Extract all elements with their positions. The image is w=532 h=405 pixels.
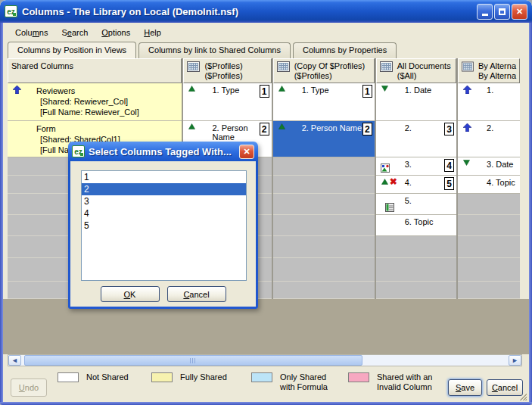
empty-cell (273, 236, 375, 258)
view-name-line1: All Documents (397, 61, 451, 71)
column-cell-label: 2. (405, 123, 412, 132)
view-column-copy-of-profiles: (Copy Of $Profiles) ($Profiles) 1. Type … (273, 58, 375, 299)
empty-cell (376, 236, 456, 258)
column-cell[interactable]: 3. Date (458, 157, 520, 176)
title-bar[interactable]: ez Columns - The Library on Local (DemoI… (0, 0, 532, 23)
horizontal-scrollbar[interactable]: ◄ ► (8, 354, 522, 366)
tag-number-box: 2 (260, 123, 269, 136)
legend-swatch-invalid (348, 372, 369, 382)
view-name-line1: By Alterna (478, 61, 516, 71)
minimize-button[interactable] (477, 4, 493, 20)
legend-swatch-only-shared (251, 372, 272, 382)
column-cell[interactable]: 2. 3 (376, 121, 456, 157)
tab-columns-by-link[interactable]: Columns by link to Shared Columns (138, 42, 291, 58)
tag-list-item[interactable]: 4 (82, 207, 246, 220)
menu-columns[interactable]: Columns (9, 26, 54, 39)
tab-columns-by-position[interactable]: Columns by Position in Views (8, 42, 136, 58)
tag-number-box: 2 (362, 123, 372, 136)
undo-button[interactable]: Undo (11, 379, 47, 397)
shared-column-name: Form (36, 123, 131, 134)
cancel-button[interactable]: Cancel (487, 379, 523, 396)
empty-cell (273, 258, 375, 282)
close-button[interactable]: ✕ (512, 4, 527, 20)
invalid-red-x-icon: ✖ (390, 178, 397, 185)
tag-list-item-selected[interactable]: 2 (82, 183, 246, 195)
column-cell-label: 2. Person Name (302, 123, 362, 132)
green-up-triangle-icon (381, 179, 388, 185)
dialog-close-button[interactable]: ✕ (239, 145, 254, 159)
tag-listbox[interactable]: 1 2 3 4 5 (81, 170, 247, 281)
dialog-title-bar[interactable]: ez Select Columns Tagged With... ✕ (70, 142, 256, 161)
column-cell[interactable]: 1. Date (376, 83, 456, 121)
save-button[interactable]: Save (448, 379, 482, 396)
dialog-cancel-button[interactable]: Cancel (167, 286, 226, 302)
menu-help[interactable]: Help (138, 26, 167, 39)
maximize-button[interactable] (494, 4, 510, 20)
tag-list-item[interactable]: 1 (82, 171, 246, 183)
column-cell[interactable]: 6. Topic (376, 215, 456, 236)
tab-strip: Columns by Position in Views Columns by … (8, 42, 397, 58)
column-cell-label: 2. (487, 123, 493, 132)
menu-bar: Columns Search Options Help (3, 23, 529, 42)
view-header-all-documents[interactable]: All Documents ($All) (376, 58, 456, 83)
column-cell[interactable]: 2. (458, 121, 520, 157)
maximize-icon (499, 8, 506, 15)
column-cell-selected[interactable]: 2. Person Name 2 (273, 121, 375, 157)
column-cell[interactable]: 1. Type 1 (183, 83, 271, 121)
green-up-triangle-icon (188, 123, 195, 129)
tag-number-box: 1 (260, 85, 269, 98)
legend-label-line1: Shared with an (377, 372, 432, 382)
empty-cell (376, 258, 456, 282)
view-header-copy-of-profiles[interactable]: (Copy Of $Profiles) ($Profiles) (273, 58, 375, 83)
column-cell[interactable]: ✖ 4. 5 (376, 176, 456, 194)
legend-label-line1: Only Shared (280, 372, 328, 382)
shared-cell-reviewers[interactable]: Reviewers [Shared: Rewiever_Col] [Full N… (8, 83, 182, 121)
green-up-triangle-icon (278, 86, 285, 92)
column-cell[interactable]: 1. Type 1 (273, 83, 375, 121)
green-up-triangle-icon (188, 86, 195, 92)
tab-columns-by-properties[interactable]: Columns by Properties (293, 42, 397, 58)
column-cell-label: 1. (487, 86, 493, 95)
view-name-line2: ($Profiles) (204, 71, 242, 81)
view-name-line1: (Copy Of $Profiles) (294, 61, 366, 71)
blue-up-arrow-icon (463, 123, 471, 132)
window-title: Columns - The Library on Local (DemoInit… (22, 6, 477, 17)
picture-icon (381, 164, 390, 173)
menu-options[interactable]: Options (95, 26, 136, 39)
resize-grip[interactable] (518, 392, 527, 400)
view-name-line1: ($Profiles) (204, 61, 242, 71)
column-cell-label: 1. Type (302, 86, 329, 95)
column-cell-label: 1. Date (405, 86, 431, 95)
select-columns-dialog: ez Select Columns Tagged With... ✕ 1 2 3… (68, 142, 258, 309)
table-icon (385, 203, 394, 212)
scroll-left-button[interactable]: ◄ (8, 355, 21, 366)
empty-cell (458, 236, 520, 258)
view-grid-icon (462, 61, 474, 72)
shared-columns-header[interactable]: Shared Columns (8, 58, 182, 83)
tag-list-item[interactable]: 5 (82, 220, 246, 232)
view-column-by-alterna: By Alterna By Alterna 1. 2. 3. Date 4. T… (458, 58, 520, 299)
scrollbar-grip-icon (190, 358, 197, 363)
legend-label-line2: Invalid Column (377, 382, 432, 392)
view-header-profiles[interactable]: ($Profiles) ($Profiles) (183, 58, 271, 83)
column-cell[interactable]: 3. 4 (376, 157, 456, 176)
menu-search[interactable]: Search (55, 26, 94, 39)
column-cell[interactable]: 1. (458, 83, 520, 121)
view-header-by-alterna[interactable]: By Alterna By Alterna (458, 58, 520, 83)
column-cell-label: 6. Topic (405, 217, 434, 226)
dialog-logo-icon: ez (72, 145, 85, 157)
app-logo-icon: ez (5, 5, 17, 17)
empty-cell (273, 157, 375, 176)
tag-list-item[interactable]: 3 (82, 195, 246, 207)
scroll-right-button[interactable]: ► (509, 355, 521, 366)
empty-cell (273, 215, 375, 236)
view-name-line2: By Alterna (478, 71, 516, 81)
dialog-title: Select Columns Tagged With... (89, 146, 235, 157)
tag-number-box: 1 (362, 85, 372, 98)
column-cell[interactable]: 4. Topic (458, 176, 520, 194)
dialog-ok-button[interactable]: OK (101, 286, 160, 302)
legend-swatch-not-shared (58, 372, 79, 382)
column-cell-label: 4. Topic (487, 178, 515, 187)
column-cell[interactable]: 5. (376, 194, 456, 215)
scrollbar-thumb[interactable] (24, 355, 362, 366)
